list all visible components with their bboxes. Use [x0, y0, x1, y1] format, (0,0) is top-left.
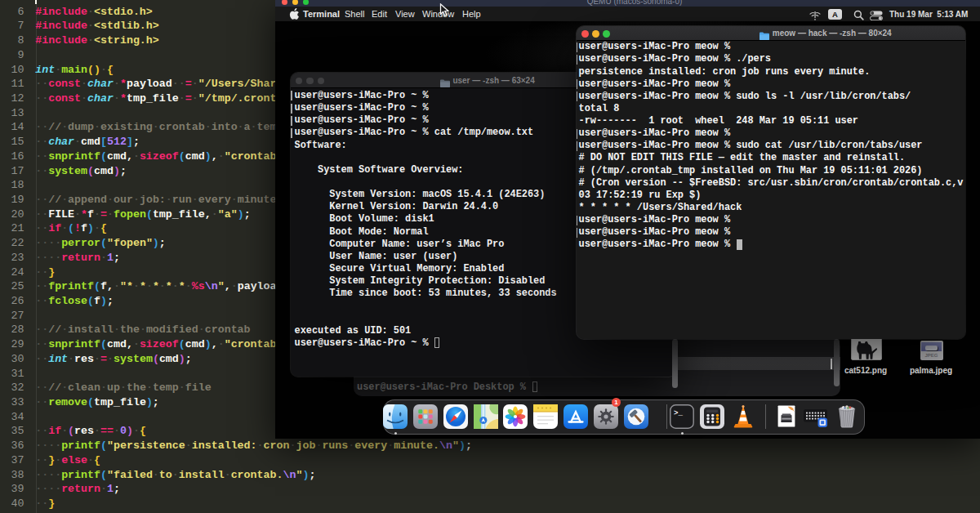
svg-text:>_: >_ — [674, 409, 683, 417]
